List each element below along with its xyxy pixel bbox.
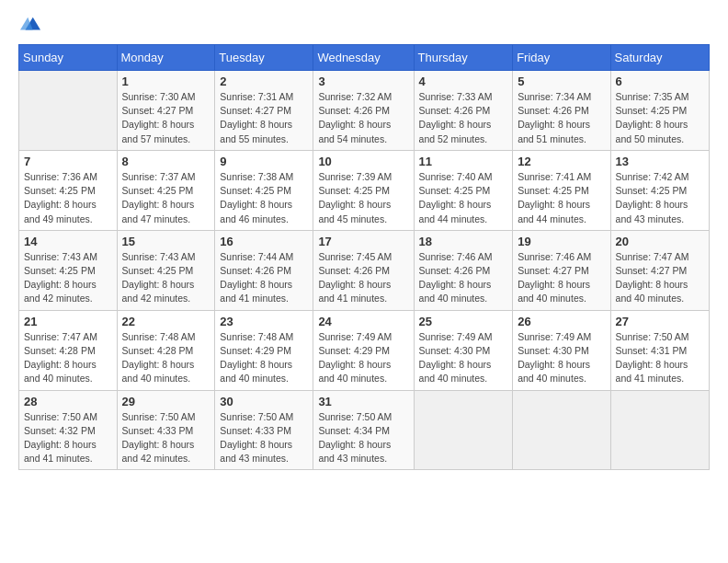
day-info: Sunrise: 7:39 AMSunset: 4:25 PMDaylight:…: [318, 170, 408, 226]
day-cell: 28Sunrise: 7:50 AMSunset: 4:32 PMDayligh…: [19, 390, 118, 470]
day-number: 26: [518, 315, 605, 328]
day-number: 14: [24, 235, 112, 248]
day-cell: 12Sunrise: 7:41 AMSunset: 4:25 PMDayligh…: [513, 150, 610, 230]
day-info: Sunrise: 7:50 AMSunset: 4:33 PMDaylight:…: [122, 410, 210, 466]
logo: [18, 15, 40, 35]
day-number: 13: [616, 155, 704, 168]
weekday-wednesday: Wednesday: [313, 45, 414, 71]
weekday-friday: Friday: [513, 45, 610, 71]
day-cell: 11Sunrise: 7:40 AMSunset: 4:25 PMDayligh…: [414, 150, 513, 230]
day-number: 31: [318, 395, 408, 408]
day-info: Sunrise: 7:50 AMSunset: 4:32 PMDaylight:…: [24, 410, 112, 466]
day-cell: 2Sunrise: 7:31 AMSunset: 4:27 PMDaylight…: [215, 71, 313, 151]
week-row-1: 1Sunrise: 7:30 AMSunset: 4:27 PMDaylight…: [19, 71, 710, 151]
day-cell: 7Sunrise: 7:36 AMSunset: 4:25 PMDaylight…: [19, 150, 118, 230]
weekday-sunday: Sunday: [19, 45, 118, 71]
day-cell: [414, 390, 513, 470]
day-info: Sunrise: 7:42 AMSunset: 4:25 PMDaylight:…: [616, 170, 704, 226]
day-number: 15: [122, 235, 210, 248]
day-number: 12: [518, 155, 605, 168]
week-row-4: 21Sunrise: 7:47 AMSunset: 4:28 PMDayligh…: [19, 310, 710, 390]
week-row-3: 14Sunrise: 7:43 AMSunset: 4:25 PMDayligh…: [19, 230, 710, 310]
weekday-monday: Monday: [117, 45, 215, 71]
day-number: 30: [220, 395, 308, 408]
day-info: Sunrise: 7:41 AMSunset: 4:25 PMDaylight:…: [518, 170, 605, 226]
day-number: 8: [122, 155, 210, 168]
day-cell: 29Sunrise: 7:50 AMSunset: 4:33 PMDayligh…: [117, 390, 215, 470]
day-cell: 5Sunrise: 7:34 AMSunset: 4:26 PMDaylight…: [513, 71, 610, 151]
day-info: Sunrise: 7:46 AMSunset: 4:26 PMDaylight:…: [419, 250, 508, 306]
day-cell: 17Sunrise: 7:45 AMSunset: 4:26 PMDayligh…: [313, 230, 414, 310]
day-info: Sunrise: 7:49 AMSunset: 4:30 PMDaylight:…: [419, 330, 508, 386]
calendar: SundayMondayTuesdayWednesdayThursdayFrid…: [18, 44, 710, 470]
day-number: 6: [616, 75, 704, 88]
day-number: 21: [24, 315, 112, 328]
day-cell: 23Sunrise: 7:48 AMSunset: 4:29 PMDayligh…: [215, 310, 313, 390]
day-info: Sunrise: 7:36 AMSunset: 4:25 PMDaylight:…: [24, 170, 112, 226]
day-cell: 3Sunrise: 7:32 AMSunset: 4:26 PMDaylight…: [313, 71, 414, 151]
day-number: 16: [220, 235, 308, 248]
day-number: 9: [220, 155, 308, 168]
day-info: Sunrise: 7:45 AMSunset: 4:26 PMDaylight:…: [318, 250, 408, 306]
day-cell: 22Sunrise: 7:48 AMSunset: 4:28 PMDayligh…: [117, 310, 215, 390]
day-number: 2: [220, 75, 308, 88]
day-cell: 16Sunrise: 7:44 AMSunset: 4:26 PMDayligh…: [215, 230, 313, 310]
day-info: Sunrise: 7:49 AMSunset: 4:30 PMDaylight:…: [518, 330, 605, 386]
day-number: 28: [24, 395, 112, 408]
weekday-saturday: Saturday: [610, 45, 709, 71]
day-info: Sunrise: 7:46 AMSunset: 4:27 PMDaylight:…: [518, 250, 605, 306]
day-cell: 26Sunrise: 7:49 AMSunset: 4:30 PMDayligh…: [513, 310, 610, 390]
day-info: Sunrise: 7:35 AMSunset: 4:25 PMDaylight:…: [616, 90, 704, 146]
day-number: 5: [518, 75, 605, 88]
day-cell: [610, 390, 709, 470]
day-info: Sunrise: 7:40 AMSunset: 4:25 PMDaylight:…: [419, 170, 508, 226]
day-number: 17: [318, 235, 408, 248]
day-info: Sunrise: 7:47 AMSunset: 4:27 PMDaylight:…: [616, 250, 704, 306]
day-cell: 15Sunrise: 7:43 AMSunset: 4:25 PMDayligh…: [117, 230, 215, 310]
page-header: [18, 15, 710, 35]
day-info: Sunrise: 7:50 AMSunset: 4:31 PMDaylight:…: [616, 330, 704, 386]
day-info: Sunrise: 7:32 AMSunset: 4:26 PMDaylight:…: [318, 90, 408, 146]
day-number: 11: [419, 155, 508, 168]
day-cell: 6Sunrise: 7:35 AMSunset: 4:25 PMDaylight…: [610, 71, 709, 151]
week-row-5: 28Sunrise: 7:50 AMSunset: 4:32 PMDayligh…: [19, 390, 710, 470]
week-row-2: 7Sunrise: 7:36 AMSunset: 4:25 PMDaylight…: [19, 150, 710, 230]
day-info: Sunrise: 7:49 AMSunset: 4:29 PMDaylight:…: [318, 330, 408, 386]
day-cell: 14Sunrise: 7:43 AMSunset: 4:25 PMDayligh…: [19, 230, 118, 310]
day-number: 10: [318, 155, 408, 168]
day-info: Sunrise: 7:50 AMSunset: 4:33 PMDaylight:…: [220, 410, 308, 466]
day-info: Sunrise: 7:47 AMSunset: 4:28 PMDaylight:…: [24, 330, 112, 386]
weekday-tuesday: Tuesday: [215, 45, 313, 71]
day-info: Sunrise: 7:43 AMSunset: 4:25 PMDaylight:…: [24, 250, 112, 306]
day-number: 23: [220, 315, 308, 328]
day-cell: 9Sunrise: 7:38 AMSunset: 4:25 PMDaylight…: [215, 150, 313, 230]
day-cell: 31Sunrise: 7:50 AMSunset: 4:34 PMDayligh…: [313, 390, 414, 470]
day-number: 1: [122, 75, 210, 88]
day-info: Sunrise: 7:31 AMSunset: 4:27 PMDaylight:…: [220, 90, 308, 146]
day-cell: [19, 71, 118, 151]
day-cell: 10Sunrise: 7:39 AMSunset: 4:25 PMDayligh…: [313, 150, 414, 230]
day-number: 7: [24, 155, 112, 168]
day-info: Sunrise: 7:33 AMSunset: 4:26 PMDaylight:…: [419, 90, 508, 146]
logo-icon: [20, 15, 40, 35]
day-cell: 18Sunrise: 7:46 AMSunset: 4:26 PMDayligh…: [414, 230, 513, 310]
day-info: Sunrise: 7:48 AMSunset: 4:29 PMDaylight:…: [220, 330, 308, 386]
day-number: 25: [419, 315, 508, 328]
day-info: Sunrise: 7:44 AMSunset: 4:26 PMDaylight:…: [220, 250, 308, 306]
day-info: Sunrise: 7:48 AMSunset: 4:28 PMDaylight:…: [122, 330, 210, 386]
day-cell: 30Sunrise: 7:50 AMSunset: 4:33 PMDayligh…: [215, 390, 313, 470]
day-info: Sunrise: 7:34 AMSunset: 4:26 PMDaylight:…: [518, 90, 605, 146]
day-cell: 24Sunrise: 7:49 AMSunset: 4:29 PMDayligh…: [313, 310, 414, 390]
day-number: 20: [616, 235, 704, 248]
day-number: 3: [318, 75, 408, 88]
day-cell: 25Sunrise: 7:49 AMSunset: 4:30 PMDayligh…: [414, 310, 513, 390]
day-cell: 27Sunrise: 7:50 AMSunset: 4:31 PMDayligh…: [610, 310, 709, 390]
day-cell: 20Sunrise: 7:47 AMSunset: 4:27 PMDayligh…: [610, 230, 709, 310]
day-info: Sunrise: 7:38 AMSunset: 4:25 PMDaylight:…: [220, 170, 308, 226]
day-number: 29: [122, 395, 210, 408]
day-info: Sunrise: 7:50 AMSunset: 4:34 PMDaylight:…: [318, 410, 408, 466]
day-cell: 4Sunrise: 7:33 AMSunset: 4:26 PMDaylight…: [414, 71, 513, 151]
day-info: Sunrise: 7:37 AMSunset: 4:25 PMDaylight:…: [122, 170, 210, 226]
day-cell: 8Sunrise: 7:37 AMSunset: 4:25 PMDaylight…: [117, 150, 215, 230]
day-cell: 19Sunrise: 7:46 AMSunset: 4:27 PMDayligh…: [513, 230, 610, 310]
